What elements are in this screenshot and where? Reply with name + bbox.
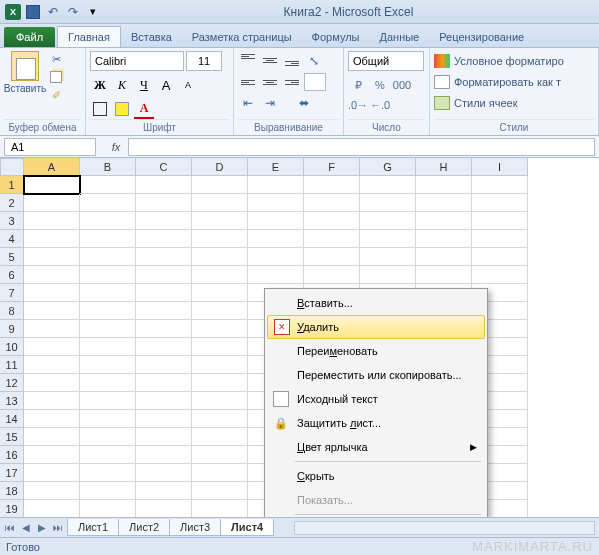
increase-indent-button[interactable]: ⇥: [260, 93, 280, 113]
menu-rename[interactable]: Переименовать: [267, 339, 485, 363]
cell[interactable]: [416, 176, 472, 194]
cell[interactable]: [136, 266, 192, 284]
cell[interactable]: [80, 500, 136, 518]
cell[interactable]: [192, 356, 248, 374]
cell[interactable]: [80, 464, 136, 482]
cell[interactable]: [192, 194, 248, 212]
cell[interactable]: [192, 392, 248, 410]
cell[interactable]: [416, 248, 472, 266]
merge-button[interactable]: ⬌: [282, 93, 326, 113]
cell[interactable]: [192, 284, 248, 302]
number-format-combo[interactable]: Общий: [348, 51, 424, 71]
sheet-tab[interactable]: Лист1: [67, 519, 119, 536]
cell[interactable]: [80, 302, 136, 320]
font-family-combo[interactable]: Calibri: [90, 51, 184, 71]
cell[interactable]: [472, 176, 528, 194]
redo-button[interactable]: ↷: [64, 3, 82, 21]
row-header[interactable]: 7: [0, 284, 24, 302]
cell[interactable]: [360, 230, 416, 248]
wrap-text-button[interactable]: [304, 73, 326, 91]
cell[interactable]: [248, 212, 304, 230]
decrease-font-button[interactable]: A: [178, 75, 198, 95]
cell[interactable]: [24, 302, 80, 320]
row-header[interactable]: 9: [0, 320, 24, 338]
cell[interactable]: [192, 446, 248, 464]
format-as-table-button[interactable]: Форматировать как т: [434, 72, 561, 92]
comma-format-button[interactable]: 000: [392, 75, 412, 95]
row-header[interactable]: 19: [0, 500, 24, 518]
cell[interactable]: [192, 338, 248, 356]
align-bottom-button[interactable]: [282, 51, 302, 69]
tab-home[interactable]: Главная: [57, 26, 121, 47]
file-tab[interactable]: Файл: [4, 27, 55, 47]
sheet-nav-prev[interactable]: ◀: [18, 520, 34, 536]
cell[interactable]: [80, 194, 136, 212]
cell[interactable]: [24, 230, 80, 248]
percent-format-button[interactable]: %: [370, 75, 390, 95]
cell[interactable]: [136, 446, 192, 464]
menu-protect-sheet[interactable]: Защитить лист...: [267, 411, 485, 435]
cell[interactable]: [80, 356, 136, 374]
fx-button[interactable]: fx: [104, 141, 128, 153]
cell[interactable]: [24, 320, 80, 338]
sheet-nav-last[interactable]: ⏭: [50, 520, 66, 536]
cell[interactable]: [192, 428, 248, 446]
sheet-tab[interactable]: Лист4: [220, 519, 274, 536]
cell[interactable]: [80, 374, 136, 392]
row-header[interactable]: 1: [0, 176, 24, 194]
cell[interactable]: [248, 266, 304, 284]
cell[interactable]: [192, 212, 248, 230]
align-center-button[interactable]: [260, 73, 280, 91]
sheet-tab[interactable]: Лист2: [118, 519, 170, 536]
cell[interactable]: [24, 446, 80, 464]
save-button[interactable]: [24, 3, 42, 21]
align-middle-button[interactable]: [260, 51, 280, 69]
row-header[interactable]: 12: [0, 374, 24, 392]
cell[interactable]: [360, 266, 416, 284]
cell[interactable]: [24, 482, 80, 500]
column-header[interactable]: C: [136, 158, 192, 176]
cell[interactable]: [136, 428, 192, 446]
cell[interactable]: [80, 212, 136, 230]
cell[interactable]: [136, 230, 192, 248]
increase-decimal-button[interactable]: .0→: [348, 95, 368, 115]
column-header[interactable]: B: [80, 158, 136, 176]
row-header[interactable]: 3: [0, 212, 24, 230]
cell[interactable]: [192, 230, 248, 248]
cell[interactable]: [80, 338, 136, 356]
row-header[interactable]: 16: [0, 446, 24, 464]
row-header[interactable]: 2: [0, 194, 24, 212]
cell[interactable]: [24, 500, 80, 518]
cell[interactable]: [24, 464, 80, 482]
cell[interactable]: [80, 482, 136, 500]
orientation-button[interactable]: ⤡: [304, 51, 324, 71]
underline-button[interactable]: Ч: [134, 75, 154, 95]
cell[interactable]: [472, 194, 528, 212]
row-header[interactable]: 18: [0, 482, 24, 500]
cell[interactable]: [136, 284, 192, 302]
cell[interactable]: [24, 212, 80, 230]
cell[interactable]: [136, 212, 192, 230]
sheet-tab[interactable]: Лист3: [169, 519, 221, 536]
cell[interactable]: [24, 428, 80, 446]
horizontal-scrollbar[interactable]: [294, 521, 595, 535]
cell-styles-button[interactable]: Стили ячеек: [434, 93, 517, 113]
row-header[interactable]: 14: [0, 410, 24, 428]
decrease-decimal-button[interactable]: ←.0: [370, 95, 390, 115]
cell[interactable]: [416, 230, 472, 248]
row-header[interactable]: 5: [0, 248, 24, 266]
row-header[interactable]: 8: [0, 302, 24, 320]
font-size-combo[interactable]: 11: [186, 51, 222, 71]
cell[interactable]: [80, 230, 136, 248]
cell[interactable]: [136, 464, 192, 482]
cell[interactable]: [360, 212, 416, 230]
cell[interactable]: [80, 428, 136, 446]
app-menu-icon[interactable]: X: [4, 3, 22, 21]
column-header[interactable]: A: [24, 158, 80, 176]
cell[interactable]: [416, 266, 472, 284]
cell[interactable]: [80, 410, 136, 428]
cell[interactable]: [136, 320, 192, 338]
cell[interactable]: [136, 392, 192, 410]
cell[interactable]: [416, 212, 472, 230]
cell[interactable]: [136, 410, 192, 428]
